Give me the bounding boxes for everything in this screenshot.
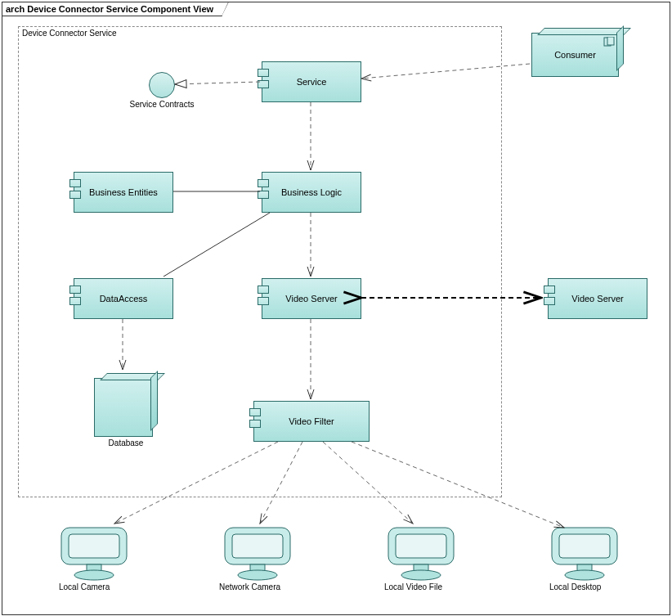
label-network-camera: Network Camera: [219, 582, 280, 591]
device-local-video-file: [384, 524, 458, 581]
component-business-logic: Business Logic: [262, 172, 361, 213]
svg-rect-1: [607, 37, 614, 45]
svg-point-17: [565, 570, 604, 580]
component-business-logic-label: Business Logic: [281, 187, 342, 197]
component-video-server-inner: Video Server: [262, 278, 361, 319]
frame-title: arch Device Connector Service Component …: [2, 2, 222, 16]
device-local-camera: [57, 524, 131, 581]
boundary-label: Device Connector Service: [22, 29, 117, 38]
node-database: [94, 378, 153, 437]
svg-rect-11: [396, 534, 446, 558]
node-consumer: Consumer: [531, 33, 619, 77]
svg-point-5: [74, 570, 114, 580]
svg-rect-3: [69, 534, 119, 558]
node-consumer-label: Consumer: [554, 50, 596, 60]
component-data-access: DataAccess: [74, 278, 173, 319]
component-service: Service: [262, 61, 361, 102]
svg-rect-7: [232, 534, 283, 558]
component-video-server-inner-label: Video Server: [285, 294, 337, 304]
component-video-filter-label: Video Filter: [289, 416, 334, 426]
device-local-desktop: [548, 524, 621, 581]
label-local-camera: Local Camera: [59, 582, 110, 591]
component-data-access-label: DataAccess: [100, 294, 148, 304]
frame-title-text: arch Device Connector Service Component …: [6, 4, 213, 14]
label-local-video-file: Local Video File: [384, 582, 442, 591]
component-service-label: Service: [297, 77, 327, 87]
svg-rect-15: [559, 534, 610, 558]
interface-service-contracts: [149, 72, 175, 98]
component-business-entities-label: Business Entities: [89, 187, 158, 197]
label-database: Database: [94, 438, 158, 447]
component-video-server-outer: Video Server: [548, 278, 647, 319]
component-video-server-outer-label: Video Server: [571, 294, 623, 304]
label-service-contracts: Service Contracts: [125, 100, 199, 109]
svg-point-9: [238, 570, 277, 580]
component-business-entities: Business Entities: [74, 172, 173, 213]
component-video-filter: Video Filter: [253, 401, 370, 442]
svg-point-13: [401, 570, 441, 580]
device-network-camera: [221, 524, 294, 581]
artifact-icon: [603, 37, 615, 47]
label-local-desktop: Local Desktop: [549, 582, 601, 591]
